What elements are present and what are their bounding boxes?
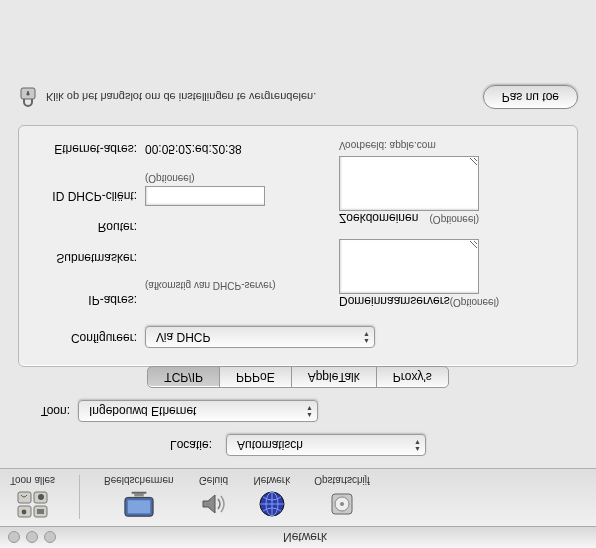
dhcp-client-id-input[interactable] [145,186,265,206]
toolbar-separator [79,476,80,520]
svg-rect-18 [27,91,29,94]
select-arrows-icon: ▲▼ [306,405,313,419]
sound-button[interactable]: Geluid [198,475,230,520]
right-column: Domeinnaamservers (Optioneel) Zoekdomein… [339,140,561,310]
search-domains-example: Voorbeeld: apple.com [339,140,561,151]
subnet-mask-label: Subnetmasker: [35,251,145,268]
configure-select[interactable]: Via DHCP ▲▼ [145,326,375,348]
startup-disk-label: Opstartschijf [314,475,370,486]
configure-value: Via DHCP [156,330,210,344]
ip-address-label: IP-adres: [35,293,145,310]
ethernet-address-value: 00:05:02:ed:20:38 [145,142,242,159]
search-domains-optional: (Optioneel) [430,211,479,225]
svg-rect-2 [18,492,31,503]
ip-address-hint: (afkomstig van DHCP-server) [145,280,276,291]
select-arrows-icon: ▲▼ [414,439,421,453]
router-label: Router: [35,220,145,237]
tab-tcpip[interactable]: TCP/IP [147,366,220,388]
prefs-toolbar: Toon alles Beeldschermen Geluid [0,468,596,526]
startup-disk-button[interactable]: Opstartschijf [314,475,370,520]
dns-servers-title: Domeinnaamservers [339,294,450,308]
lock-icon [18,86,38,108]
footer: Klik op het hangslot om de instellingen … [0,77,596,117]
zoom-traffic-light[interactable] [44,532,56,544]
displays-button[interactable]: Beeldschermen [104,475,173,520]
sound-icon [198,488,230,520]
dhcp-client-id-hint: (Optioneel) [145,173,194,184]
window-title: Netwerk [62,531,588,545]
svg-rect-9 [134,494,143,497]
network-icon [256,488,288,520]
lock-area[interactable]: Klik op het hangslot om de instellingen … [18,86,316,108]
location-value: Automatisch [237,438,303,452]
search-domains-title: Zoekdomeinen [339,211,418,225]
lock-text: Klik op het hangslot om de instellingen … [46,91,316,103]
location-label: Locatie: [170,438,220,452]
tab-pppoe[interactable]: PPPoE [219,366,292,388]
startup-disk-icon [326,488,358,520]
network-label: Netwerk [254,475,291,486]
apply-now-button[interactable]: Pas nu toe [483,85,578,109]
sound-label: Geluid [199,475,228,486]
svg-rect-8 [127,500,150,513]
show-all-label: Toon alles [10,475,55,486]
svg-point-4 [21,510,26,515]
displays-icon [123,488,155,520]
search-domains-input[interactable] [339,156,479,211]
show-select[interactable]: Ingebouwd Ethernet ▲▼ [78,400,318,422]
location-select[interactable]: Automatisch ▲▼ [226,434,426,456]
network-button[interactable]: Netwerk [254,475,291,520]
svg-rect-5 [37,509,44,514]
show-all-icon [17,488,49,520]
left-column: IP-adres: (afkomstig van DHCP-server) Su… [35,140,315,310]
dhcp-client-id-label: ID DHCP-cliënt: [35,189,145,206]
dns-servers-input[interactable] [339,239,479,294]
minimize-traffic-light[interactable] [26,532,38,544]
svg-point-6 [38,494,44,500]
close-traffic-light[interactable] [8,532,20,544]
svg-rect-10 [131,492,146,494]
content-area: Locatie: Automatisch ▲▼ Toon: Ingebouwd … [0,117,596,468]
tcpip-panel: Configureer: Via DHCP ▲▼ IP-adres: (afko… [18,125,578,367]
show-all-button[interactable]: Toon alles [10,475,55,520]
tab-proxies[interactable]: Proxy's [376,366,449,388]
tab-appletalk[interactable]: AppleTalk [291,366,377,388]
displays-label: Beeldschermen [104,475,173,486]
window-titlebar: Netwerk [0,526,596,548]
svg-point-15 [340,502,344,506]
tab-bar: TCP/IP PPPoE AppleTalk Proxy's [18,366,578,388]
dns-servers-optional: (Optioneel) [450,294,499,308]
show-label: Toon: [18,404,78,418]
select-arrows-icon: ▲▼ [363,331,370,345]
show-value: Ingebouwd Ethernet [89,404,196,418]
ethernet-address-label: Ethernet-adres: [35,142,145,159]
configure-label: Configureer: [35,331,145,348]
